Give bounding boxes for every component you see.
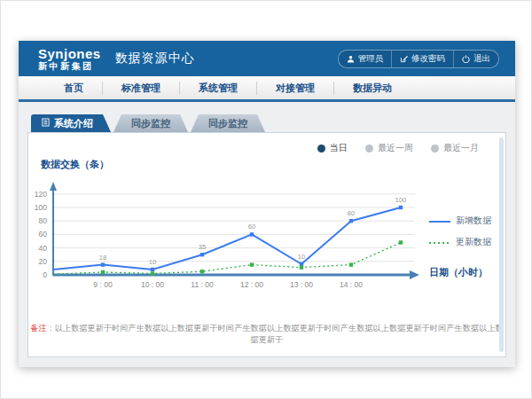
content-card: 当日最近一周最近一月 数据交换（条） 0204060801001209 : 00… (27, 132, 506, 357)
svg-text:10: 10 (298, 253, 305, 261)
chart-container: 数据交换（条） 0204060801001209 : 0010 : 0011 :… (28, 158, 429, 309)
line-chart: 0204060801001209 : 0010 : 0011 : 0012 : … (28, 172, 429, 305)
header: Synjones 新中新集团 数据资源中心 管理员 修改密码 退出 (19, 41, 515, 76)
tab-0-active[interactable]: 系统介绍 (31, 114, 111, 132)
chart-x-axis-title: 日期（小时） (429, 266, 488, 279)
footer-note: 备注：以上数据更新于时间产生数据以上数据更新于时间产生数据以上数据更新于时间产生… (28, 323, 505, 346)
edit-icon (400, 55, 408, 63)
nav-item-2[interactable]: 系统管理 (179, 82, 256, 95)
svg-text:14 : 00: 14 : 00 (340, 280, 363, 289)
svg-text:11 : 00: 11 : 00 (191, 280, 214, 289)
tab-label: 同步监控 (131, 118, 170, 129)
radio-dot (365, 145, 373, 153)
user-menu: 管理员 修改密码 退出 (338, 50, 500, 68)
legend-line-sample (429, 216, 450, 226)
change-password-label: 修改密码 (411, 53, 445, 65)
svg-text:120: 120 (35, 190, 47, 199)
svg-text:0: 0 (43, 270, 47, 279)
svg-text:18: 18 (99, 254, 106, 262)
nav-item-1[interactable]: 标准管理 (102, 82, 179, 95)
change-password-button[interactable]: 修改密码 (391, 51, 453, 67)
content-area: 系统介绍同步监控同步监控 当日最近一周最近一月 数据交换（条） 02040608… (19, 102, 515, 368)
svg-text:60: 60 (39, 230, 48, 239)
chart-legend: 新增数据更新数据 (429, 215, 504, 248)
chart-side-panel: 新增数据更新数据 日期（小时） (429, 158, 504, 309)
radio-dot (431, 145, 439, 153)
radio-dot (317, 145, 325, 153)
legend-item-0: 新增数据 (429, 215, 504, 227)
svg-text:10 : 00: 10 : 00 (141, 280, 164, 289)
document-icon (42, 114, 50, 132)
svg-text:35: 35 (199, 243, 206, 251)
tabs: 系统介绍同步监控同步监控 (31, 114, 506, 132)
chart-section: 数据交换（条） 0204060801001209 : 0010 : 0011 :… (28, 158, 505, 309)
radio-option-0[interactable]: 当日 (317, 142, 348, 154)
radio-label: 最近一周 (378, 142, 413, 154)
svg-text:13 : 00: 13 : 00 (290, 280, 313, 289)
power-icon (462, 55, 470, 63)
radio-label: 最近一月 (443, 142, 479, 154)
tab-1[interactable]: 同步监控 (113, 114, 188, 132)
svg-text:10: 10 (149, 258, 156, 266)
radio-option-2[interactable]: 最近一月 (431, 142, 479, 154)
svg-text:40: 40 (39, 244, 48, 253)
tab-label: 系统介绍 (54, 114, 93, 132)
footer-note-prefix: 备注 (30, 324, 46, 332)
svg-text:12 : 00: 12 : 00 (240, 280, 263, 289)
chart-y-axis-title: 数据交换（条） (41, 158, 429, 172)
nav-item-4[interactable]: 数据异动 (333, 82, 411, 95)
radio-label: 当日 (330, 142, 348, 154)
logo-text: Synjones (38, 47, 101, 60)
footer-note-text: ：以上数据更新于时间产生数据以上数据更新于时间产生数据以上数据更新于时间产生数据… (47, 324, 504, 344)
svg-text:100: 100 (395, 196, 407, 204)
svg-text:20: 20 (39, 257, 48, 266)
app-window: Synjones 新中新集团 数据资源中心 管理员 修改密码 退出 (19, 41, 515, 367)
company-logo: Synjones 新中新集团 (38, 47, 101, 71)
logout-button[interactable]: 退出 (453, 51, 498, 67)
svg-text:60: 60 (248, 223, 255, 231)
radio-option-1[interactable]: 最近一周 (365, 142, 413, 154)
nav-item-0[interactable]: 首页 (45, 82, 102, 95)
user-icon (347, 55, 355, 63)
user-menu-admin[interactable]: 管理员 (339, 51, 392, 67)
legend-item-1: 更新数据 (429, 236, 504, 248)
svg-text:80: 80 (348, 209, 355, 217)
svg-text:9 : 00: 9 : 00 (93, 280, 113, 289)
svg-text:80: 80 (39, 216, 48, 225)
tab-2[interactable]: 同步监控 (191, 114, 265, 132)
legend-label: 更新数据 (456, 236, 491, 248)
logout-label: 退出 (473, 53, 490, 65)
legend-label: 新增数据 (456, 215, 491, 227)
time-range-filters: 当日最近一周最近一月 (28, 133, 505, 154)
nav-item-3[interactable]: 对接管理 (256, 82, 333, 95)
chart-svg-holder: 0204060801001209 : 0010 : 0011 : 0012 : … (28, 172, 429, 309)
page-title: 数据资源中心 (115, 51, 195, 66)
svg-text:100: 100 (35, 203, 47, 212)
logo-subtext: 新中新集团 (38, 62, 101, 71)
legend-line-sample (429, 238, 450, 247)
navbar: 首页标准管理系统管理对接管理数据异动 (19, 76, 515, 102)
tab-label: 同步监控 (208, 118, 247, 129)
user-menu-admin-label: 管理员 (358, 53, 384, 65)
